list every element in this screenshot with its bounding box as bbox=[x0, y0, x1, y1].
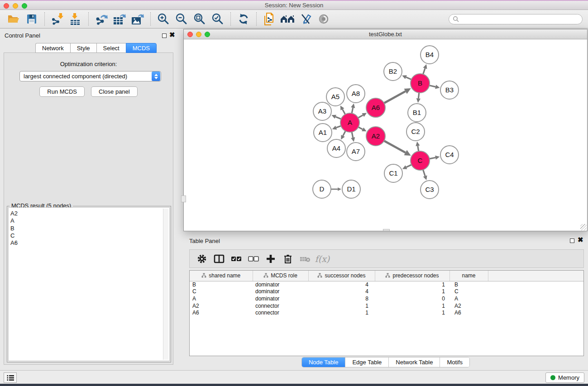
column-header-mcds-role[interactable]: MCDS role bbox=[253, 271, 308, 281]
network-close-button[interactable] bbox=[187, 32, 193, 37]
column-header-successor-nodes[interactable]: successor nodes bbox=[308, 271, 375, 281]
mcds-result-item[interactable]: A bbox=[10, 217, 169, 224]
graph-edge-C-C4[interactable] bbox=[430, 157, 435, 159]
close-window-button[interactable] bbox=[4, 3, 9, 9]
export-table-button[interactable] bbox=[110, 11, 129, 27]
minimize-window-button[interactable] bbox=[13, 3, 18, 9]
table-cell[interactable]: A2 bbox=[449, 303, 488, 310]
table-cell[interactable]: dominator bbox=[253, 281, 308, 288]
memory-button[interactable]: Memory bbox=[545, 372, 584, 383]
table-cell[interactable]: A6 bbox=[190, 310, 253, 317]
table-cell[interactable]: C bbox=[449, 288, 488, 295]
table-cell[interactable]: 8 bbox=[308, 295, 375, 303]
mcds-result-item[interactable]: B bbox=[10, 225, 169, 232]
new-network-from-selection-button[interactable] bbox=[260, 11, 278, 27]
tab-network[interactable]: Network bbox=[35, 43, 70, 53]
network-zoom-button[interactable] bbox=[205, 32, 210, 37]
zoom-fit-button[interactable] bbox=[191, 11, 209, 27]
show-column-button[interactable] bbox=[210, 251, 228, 267]
table-row[interactable]: Bdominator41B bbox=[190, 281, 583, 288]
mcds-result-item[interactable]: C bbox=[10, 232, 169, 239]
select-all-button[interactable] bbox=[228, 251, 245, 267]
column-header-name[interactable]: name bbox=[449, 271, 488, 281]
table-cell[interactable]: B bbox=[190, 281, 253, 288]
column-header-predecessor-nodes[interactable]: predecessor nodes bbox=[375, 271, 449, 281]
graph-edge-A6-B[interactable] bbox=[384, 91, 405, 103]
graph-edge-B-B4[interactable] bbox=[423, 68, 425, 74]
graph-edge-A-A7[interactable] bbox=[352, 132, 353, 138]
mcds-result-scrollbar[interactable] bbox=[163, 209, 168, 360]
table-cell[interactable]: A bbox=[190, 295, 253, 303]
toggle-graphics-details-button[interactable] bbox=[315, 11, 333, 27]
network-hscroll-thumb[interactable] bbox=[383, 229, 390, 231]
table-cell[interactable]: A bbox=[449, 295, 488, 303]
graph-edge-B-B1[interactable] bbox=[418, 93, 419, 99]
network-window-titlebar[interactable]: testGlobe.txt bbox=[184, 29, 587, 39]
tab-select[interactable]: Select bbox=[96, 43, 126, 53]
table-cell[interactable]: 4 bbox=[308, 288, 375, 295]
table-cell[interactable]: A6 bbox=[449, 310, 488, 317]
graph-edge-A2-C[interactable] bbox=[384, 141, 405, 152]
table-cell[interactable]: B bbox=[449, 281, 488, 288]
hide-annotations-button[interactable] bbox=[296, 11, 315, 27]
table-cell[interactable]: 1 bbox=[375, 281, 449, 288]
open-session-button[interactable] bbox=[5, 11, 23, 27]
show-hide-panels-button[interactable] bbox=[278, 11, 296, 27]
function-builder-button[interactable]: f(x) bbox=[314, 251, 331, 267]
zoom-window-button[interactable] bbox=[22, 3, 27, 9]
import-network-button[interactable] bbox=[48, 11, 67, 27]
mcds-result-listbox[interactable]: A2ABCA6 bbox=[8, 207, 170, 361]
table-cell[interactable]: dominator bbox=[253, 288, 308, 295]
optimization-criterion-select[interactable]: largest connected component (directed) bbox=[19, 71, 161, 81]
delete-columns-button[interactable] bbox=[279, 251, 296, 267]
graph-edge-C-C3[interactable] bbox=[423, 170, 425, 176]
table-cell[interactable]: 1 bbox=[375, 288, 449, 295]
create-column-button[interactable] bbox=[262, 251, 279, 267]
table-panel-float-button[interactable] bbox=[570, 238, 574, 243]
delete-table-button[interactable] bbox=[296, 251, 314, 267]
tab-network-table[interactable]: Network Table bbox=[389, 357, 440, 367]
graph-edge-C-C1[interactable] bbox=[406, 165, 411, 167]
graph-edge-A-A8[interactable] bbox=[352, 108, 353, 113]
table-panel-close-button[interactable]: ✖ bbox=[578, 236, 583, 244]
table-row[interactable]: Cdominator41C bbox=[190, 288, 583, 295]
zoom-out-button[interactable] bbox=[172, 11, 191, 27]
tab-style[interactable]: Style bbox=[70, 43, 96, 53]
mcds-result-item[interactable]: A6 bbox=[10, 239, 169, 247]
tab-node-table[interactable]: Node Table bbox=[302, 357, 346, 367]
import-table-button[interactable] bbox=[67, 11, 85, 27]
table-cell[interactable]: 0 bbox=[375, 295, 449, 303]
zoom-selected-button[interactable] bbox=[209, 11, 227, 27]
zoom-in-button[interactable] bbox=[154, 11, 172, 27]
table-row[interactable]: A2connector11A2 bbox=[190, 303, 583, 310]
table-cell[interactable]: C bbox=[190, 288, 253, 295]
table-cell[interactable]: 4 bbox=[308, 281, 375, 288]
task-history-button[interactable] bbox=[4, 372, 17, 383]
network-vscroll-thumb[interactable] bbox=[181, 195, 186, 202]
graph-edge-C-C2[interactable] bbox=[418, 146, 419, 151]
search-input[interactable] bbox=[459, 16, 578, 22]
table-cell[interactable]: A2 bbox=[190, 303, 253, 310]
table-cell[interactable]: 1 bbox=[375, 303, 449, 310]
network-canvas[interactable]: B4B2BB3A5A8A6A3B1AA1C2A2A4A7C4CC1C3DD1 bbox=[184, 39, 587, 231]
tab-motifs[interactable]: Motifs bbox=[440, 357, 469, 367]
network-minimize-button[interactable] bbox=[196, 32, 201, 37]
table-cell[interactable]: connector bbox=[253, 310, 308, 317]
graph-edge-A-A4[interactable] bbox=[343, 131, 346, 136]
table-settings-button[interactable] bbox=[193, 251, 210, 267]
table-cell[interactable]: connector bbox=[253, 303, 308, 310]
graph-edge-A-A2[interactable] bbox=[359, 127, 363, 129]
table-cell[interactable]: 1 bbox=[308, 310, 375, 317]
export-image-button[interactable] bbox=[129, 11, 147, 27]
toolbar-search-field[interactable] bbox=[449, 14, 583, 24]
table-cell[interactable]: 1 bbox=[308, 303, 375, 310]
table-cell[interactable]: 1 bbox=[375, 310, 449, 317]
table-row[interactable]: Adominator80A bbox=[190, 295, 583, 303]
table-cell[interactable]: dominator bbox=[253, 295, 308, 303]
graph-edge-A-A3[interactable] bbox=[335, 117, 341, 119]
close-panel-button[interactable]: Close panel bbox=[91, 86, 138, 97]
run-mcds-button[interactable]: Run MCDS bbox=[39, 86, 85, 97]
graph-edge-A-A1[interactable] bbox=[336, 126, 341, 128]
graph-edge-B-B3[interactable] bbox=[429, 86, 435, 87]
window-resize-grip[interactable] bbox=[580, 224, 587, 230]
